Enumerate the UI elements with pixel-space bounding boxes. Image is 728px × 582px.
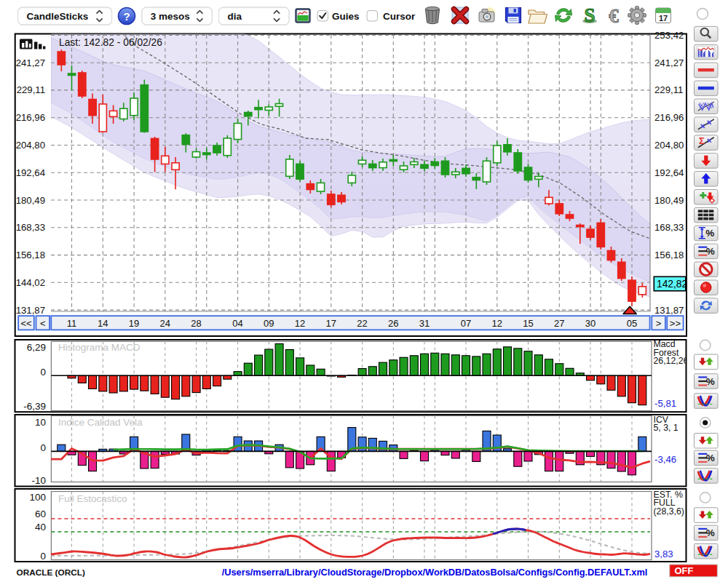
svg-text:3,83: 3,83 xyxy=(654,549,673,559)
svg-text:156,18: 156,18 xyxy=(16,250,45,260)
svg-text:24: 24 xyxy=(160,318,170,329)
svg-text:192,64: 192,64 xyxy=(16,167,45,178)
svg-text:>: > xyxy=(656,318,662,329)
svg-text:26,12,26: 26,12,26 xyxy=(654,356,689,366)
svg-text:Σ: Σ xyxy=(699,135,705,146)
svg-text:/Users/mserra/Library/CloudSto: /Users/mserra/Library/CloudStorage/Dropb… xyxy=(222,567,648,578)
svg-text:30: 30 xyxy=(585,318,596,329)
svg-text:Indice Calidad Vela: Indice Calidad Vela xyxy=(58,417,143,428)
svg-text:131,87: 131,87 xyxy=(654,305,684,316)
svg-text:3 mesos: 3 mesos xyxy=(151,11,190,22)
svg-text:229,11: 229,11 xyxy=(654,84,683,95)
svg-text:%: % xyxy=(706,527,715,538)
svg-text:180,49: 180,49 xyxy=(654,195,684,206)
svg-text:180,49: 180,49 xyxy=(16,195,45,206)
svg-text:17: 17 xyxy=(659,14,668,23)
svg-text:10: 10 xyxy=(35,417,46,428)
svg-text:-5,81: -5,81 xyxy=(654,398,676,409)
svg-text:192,64: 192,64 xyxy=(654,167,684,178)
svg-text:12: 12 xyxy=(492,318,502,329)
svg-text:0: 0 xyxy=(40,442,46,453)
svg-text:-10: -10 xyxy=(31,475,46,486)
svg-text:€: € xyxy=(609,5,619,27)
svg-text:22: 22 xyxy=(357,318,367,329)
svg-text:04: 04 xyxy=(232,318,242,329)
svg-text:253,42: 253,42 xyxy=(654,30,684,41)
svg-text:27: 27 xyxy=(554,318,564,329)
svg-text:%: % xyxy=(706,246,715,257)
svg-text:0: 0 xyxy=(40,551,46,562)
svg-text:216,96: 216,96 xyxy=(16,112,45,123)
svg-text:CandleSticks: CandleSticks xyxy=(27,11,89,22)
svg-text:19: 19 xyxy=(129,318,139,329)
svg-text:<: < xyxy=(40,318,46,329)
svg-text:5, 3, 1: 5, 3, 1 xyxy=(654,423,678,433)
svg-text:%: % xyxy=(706,453,715,463)
svg-text:-6,39: -6,39 xyxy=(23,401,46,412)
svg-text:17: 17 xyxy=(326,318,336,329)
svg-text:6,29: 6,29 xyxy=(27,342,46,353)
svg-text:60: 60 xyxy=(35,509,46,519)
svg-text:07: 07 xyxy=(461,318,471,329)
svg-text:216,96: 216,96 xyxy=(654,112,684,123)
svg-text:28: 28 xyxy=(191,318,201,329)
svg-text:204,80: 204,80 xyxy=(654,140,684,151)
svg-text:S: S xyxy=(584,4,595,26)
svg-text:15: 15 xyxy=(523,318,533,329)
svg-text:<<: << xyxy=(20,318,31,329)
svg-text:?: ? xyxy=(123,10,130,23)
svg-text:12: 12 xyxy=(295,318,305,329)
svg-text:168,33: 168,33 xyxy=(654,222,684,233)
svg-text:131,87: 131,87 xyxy=(16,305,45,316)
svg-text:142,82: 142,82 xyxy=(657,279,687,290)
svg-text:156,18: 156,18 xyxy=(654,250,684,260)
svg-text:>>: >> xyxy=(670,318,681,329)
svg-text:241,27: 241,27 xyxy=(654,57,684,68)
svg-text:Cursor: Cursor xyxy=(383,11,416,22)
svg-text:14: 14 xyxy=(98,318,108,329)
svg-text:Guies: Guies xyxy=(332,11,360,22)
svg-text:229,11: 229,11 xyxy=(17,84,45,95)
svg-text:-3,46: -3,46 xyxy=(654,454,676,465)
svg-text:05: 05 xyxy=(627,318,637,329)
svg-text:204,80: 204,80 xyxy=(16,140,45,151)
svg-text:40: 40 xyxy=(35,522,46,533)
svg-text:241,27: 241,27 xyxy=(16,57,45,68)
svg-text:OFF: OFF xyxy=(675,565,694,576)
svg-text:%: % xyxy=(706,376,715,387)
svg-text:0: 0 xyxy=(40,367,46,378)
svg-text:dia: dia xyxy=(228,11,242,22)
svg-text:%: % xyxy=(705,228,714,239)
svg-text:09: 09 xyxy=(264,318,274,329)
svg-text:Histograma MACD: Histograma MACD xyxy=(58,342,141,353)
svg-text:100: 100 xyxy=(29,492,46,503)
svg-text:144,02: 144,02 xyxy=(16,277,45,288)
svg-text:Full Estocastico: Full Estocastico xyxy=(58,493,127,504)
svg-text:Last: 142.82 - 06/02/26: Last: 142.82 - 06/02/26 xyxy=(59,37,162,48)
svg-text:(28,3,6): (28,3,6) xyxy=(654,506,684,517)
svg-text:ORACLE (ORCL): ORACLE (ORCL) xyxy=(17,567,85,578)
svg-text:26: 26 xyxy=(388,318,398,329)
svg-text:168,33: 168,33 xyxy=(16,222,45,233)
svg-text:31: 31 xyxy=(419,318,430,329)
svg-text:11: 11 xyxy=(67,318,77,329)
